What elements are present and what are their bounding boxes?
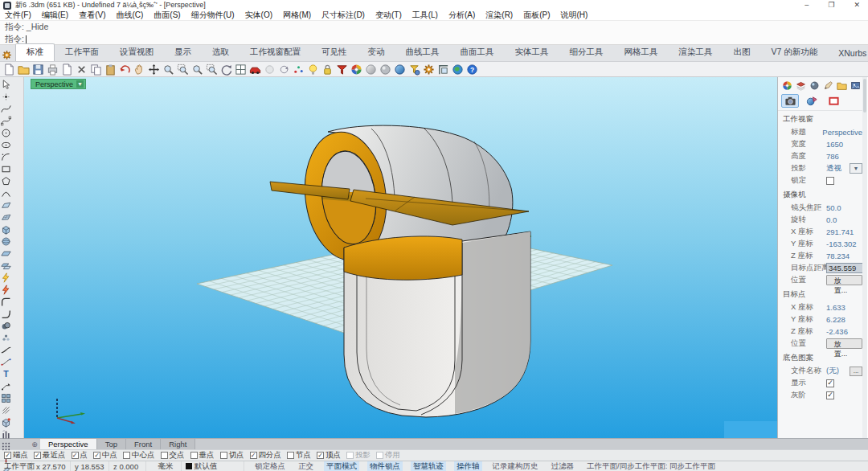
zoom-dynamic-icon[interactable] bbox=[190, 63, 204, 76]
wallpaper-file-value[interactable]: (无) bbox=[826, 366, 839, 376]
cplane-button[interactable]: 工作平面 bbox=[0, 461, 32, 471]
osnap-disable[interactable]: 停用 bbox=[376, 450, 400, 461]
toolbar-tab[interactable]: 工作视窗配置 bbox=[240, 44, 311, 61]
camera-page-button[interactable] bbox=[781, 94, 799, 108]
boolean-diff-icon[interactable] bbox=[0, 332, 12, 344]
toolbar-tab[interactable]: 细分工具 bbox=[559, 44, 614, 61]
toolbar-tab[interactable]: 显示 bbox=[164, 44, 202, 61]
menu-item[interactable]: 编辑(E) bbox=[42, 10, 68, 21]
notes-tab[interactable] bbox=[822, 80, 833, 91]
toolbar-tab[interactable]: 曲面工具 bbox=[450, 44, 505, 61]
red-car-icon[interactable] bbox=[248, 63, 262, 76]
history-toggle[interactable]: 记录建构历史 bbox=[490, 461, 541, 471]
osnap-checkbox[interactable] bbox=[34, 452, 41, 459]
material-page-button[interactable] bbox=[803, 94, 821, 108]
help-icon[interactable] bbox=[465, 63, 479, 76]
osnap-checkbox[interactable] bbox=[250, 452, 257, 459]
camera-z-value[interactable]: 78.234 bbox=[826, 252, 850, 260]
toolbar-tab[interactable]: V7 的新功能 bbox=[761, 44, 829, 61]
viewport-rect-page-button[interactable] bbox=[825, 94, 842, 108]
rendered-ball-icon[interactable] bbox=[393, 63, 407, 76]
zoom-icon[interactable] bbox=[162, 63, 175, 76]
lens-length-value[interactable]: 50.0 bbox=[826, 203, 841, 212]
undo-icon[interactable] bbox=[118, 63, 132, 76]
display-cone-icon[interactable] bbox=[335, 63, 349, 76]
minimize-button[interactable]: – bbox=[805, 1, 809, 10]
control-point-curve-icon[interactable] bbox=[0, 115, 12, 127]
wallpaper-gray-checkbox[interactable] bbox=[826, 391, 834, 399]
osnap-checkbox[interactable] bbox=[4, 452, 11, 459]
toolbar-tab[interactable]: 渲染工具 bbox=[669, 44, 723, 61]
curve-icon[interactable] bbox=[0, 103, 12, 115]
toolbar-tab[interactable]: 工作平面 bbox=[55, 44, 109, 61]
lamp-icon[interactable] bbox=[306, 63, 320, 76]
toolbar-tab[interactable]: 曲线工具 bbox=[395, 44, 450, 61]
surface-icon[interactable] bbox=[0, 199, 12, 211]
viewport-menu-caret-icon[interactable]: ▼ bbox=[76, 80, 84, 88]
command-prompt-line[interactable]: 指令: bbox=[0, 33, 868, 45]
copy-icon[interactable] bbox=[89, 63, 103, 76]
toolbar-tab[interactable]: 实体工具 bbox=[505, 44, 559, 61]
zoom-extents-icon[interactable] bbox=[205, 63, 219, 76]
projection-value[interactable]: 透视 bbox=[826, 163, 841, 174]
target-place-button[interactable]: 放置... bbox=[826, 338, 862, 349]
shaded-ball-icon[interactable] bbox=[364, 63, 378, 76]
hatch-icon[interactable] bbox=[0, 404, 12, 416]
camera-place-button[interactable]: 放置... bbox=[826, 275, 862, 285]
sphere-icon[interactable] bbox=[0, 236, 12, 248]
osnap-project[interactable]: 投影 bbox=[346, 450, 371, 461]
toolbar-tab[interactable]: 标准 bbox=[15, 43, 55, 61]
osnap-perpendicular[interactable]: 垂点 bbox=[190, 450, 215, 461]
osnap-vertex[interactable]: 顶点 bbox=[317, 450, 341, 461]
menu-item[interactable]: 渲染(R) bbox=[485, 10, 513, 21]
viewport-tab-top[interactable]: Top bbox=[97, 439, 126, 449]
osnap-checkbox[interactable] bbox=[93, 452, 100, 459]
toolbar-tab[interactable]: 可见性 bbox=[311, 44, 358, 61]
osnap-checkbox[interactable] bbox=[346, 452, 354, 459]
toolbar-tab[interactable]: 选取 bbox=[202, 44, 240, 61]
planar-toggle[interactable]: 平面模式 bbox=[324, 461, 359, 471]
toolbar-tab[interactable]: XNurbs bbox=[828, 46, 868, 61]
osnap-checkbox[interactable] bbox=[190, 452, 198, 459]
fillet-icon[interactable] bbox=[0, 296, 12, 308]
menu-item[interactable]: 曲线(C) bbox=[116, 10, 143, 21]
osnap-checkbox[interactable] bbox=[287, 452, 294, 459]
osnap-checkbox[interactable] bbox=[376, 452, 383, 459]
viewport-width-value[interactable]: 1650 bbox=[826, 140, 843, 149]
array-vertical-icon[interactable] bbox=[0, 428, 12, 440]
tabstrip-gear-icon[interactable] bbox=[2, 50, 12, 61]
menu-item[interactable]: 实体(O) bbox=[245, 10, 272, 21]
menu-item[interactable]: 文件(F) bbox=[5, 10, 31, 21]
gear-options-icon[interactable] bbox=[422, 63, 436, 76]
box-icon[interactable] bbox=[0, 223, 12, 236]
point-cloud-icon[interactable] bbox=[292, 63, 305, 76]
select-pointer-icon[interactable] bbox=[0, 79, 12, 91]
toolbar-tab[interactable]: 变动 bbox=[358, 44, 395, 61]
web-browser-icon[interactable] bbox=[451, 63, 465, 76]
menu-item[interactable]: 查看(V) bbox=[79, 10, 105, 21]
osnap-checkbox[interactable] bbox=[161, 452, 168, 459]
open-file-icon[interactable] bbox=[17, 63, 31, 76]
ghosted-ball-icon[interactable] bbox=[379, 63, 392, 76]
circular-arrow-icon[interactable] bbox=[277, 63, 291, 76]
zoom-window-icon[interactable] bbox=[176, 63, 190, 76]
template-icon[interactable] bbox=[60, 63, 74, 76]
circle-icon[interactable] bbox=[0, 127, 12, 139]
menu-item[interactable]: 细分物件(U) bbox=[191, 10, 235, 21]
filter-toggle[interactable]: 过滤器 bbox=[549, 461, 577, 471]
conic-icon[interactable] bbox=[0, 187, 12, 199]
block-tools-icon[interactable] bbox=[0, 392, 12, 404]
wallpaper-show-checkbox[interactable] bbox=[826, 379, 834, 387]
target-x-value[interactable]: 1.633 bbox=[826, 303, 845, 312]
new-file-icon[interactable] bbox=[2, 63, 16, 76]
osnap-checkbox[interactable] bbox=[220, 452, 227, 459]
viewport-title-badge[interactable]: Perspective ▼ bbox=[31, 79, 86, 89]
cplane-sync-toggle[interactable]: 工作平面/同步工作平面: 同步工作平面 bbox=[584, 461, 718, 471]
rotate-view-icon[interactable] bbox=[219, 63, 233, 76]
layers-tab[interactable] bbox=[795, 80, 806, 91]
text-object-icon[interactable] bbox=[0, 368, 12, 380]
insert-block-icon[interactable] bbox=[0, 416, 12, 428]
surface-patch-icon[interactable] bbox=[0, 211, 12, 223]
osnap-center[interactable]: 中心点 bbox=[123, 450, 155, 461]
menu-item[interactable]: 面板(P) bbox=[523, 10, 550, 21]
